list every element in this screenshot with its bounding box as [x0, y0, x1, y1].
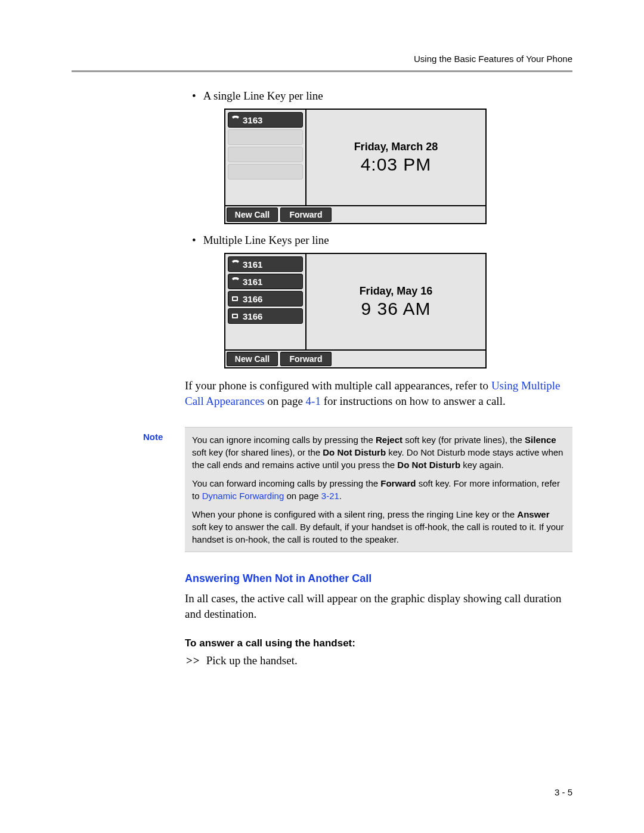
list-item: A single Line Key per line	[192, 89, 572, 103]
line-key-label: 3161	[243, 277, 262, 287]
bullet-icon	[192, 89, 196, 103]
header-rule	[72, 70, 572, 72]
link-page-4-1[interactable]: 4-1	[306, 395, 321, 407]
line-key-label: 3166	[243, 294, 262, 304]
bullet-icon	[192, 234, 196, 247]
note-paragraph-1: You can ignore incoming calls by pressin…	[192, 433, 565, 471]
link-page-3-21[interactable]: 3-21	[321, 491, 339, 501]
time-display: 9 36 AM	[361, 299, 431, 319]
softkey-new-call: New Call	[227, 352, 278, 366]
running-header: Using the Basic Features of Your Phone	[414, 54, 572, 64]
heading-answering-not-in-call: Answering When Not in Another Call	[185, 572, 572, 585]
step-text: Pick up the handset.	[206, 654, 298, 667]
body-column: A single Line Key per line 3163	[185, 89, 572, 667]
line-key-label: 3163	[243, 115, 262, 125]
phone-screen-multi-line: 3161 3161 3166	[224, 253, 487, 368]
line-key-label: 3166	[243, 311, 262, 321]
link-dynamic-forwarding[interactable]: Dynamic Forwarding	[202, 491, 284, 501]
line-key-3: 3166	[228, 291, 303, 306]
step-bullet-icon: >>	[186, 654, 200, 667]
phone-screen-single-line: 3163 Friday, March 28 4:03 PM New Call F…	[224, 109, 487, 224]
note-paragraph-2: You can forward incoming calls by pressi…	[192, 477, 565, 502]
note-paragraph-3: When your phone is configured with a sil…	[192, 508, 565, 546]
document-page: Using the Basic Features of Your Phone A…	[0, 0, 644, 833]
softkey-forward: Forward	[280, 352, 332, 366]
step-pick-up-handset: >> Pick up the handset.	[186, 654, 572, 667]
svg-rect-3	[233, 315, 237, 317]
time-display: 4:03 PM	[361, 154, 432, 175]
date-display: Friday, May 16	[360, 285, 433, 298]
date-display: Friday, March 28	[354, 141, 438, 153]
bullet-text: Multiple Line Keys per line	[203, 234, 329, 247]
note-label: Note	[143, 427, 185, 552]
phone-icon	[231, 277, 240, 286]
phone-small-icon	[231, 312, 240, 320]
phone-small-icon	[231, 295, 240, 303]
line-key-2: 3161	[228, 274, 303, 289]
line-key-empty	[228, 164, 303, 179]
svg-rect-1	[233, 298, 237, 300]
line-key-4: 3166	[228, 308, 303, 324]
heading-to-answer-handset: To answer a call using the handset:	[185, 637, 572, 649]
softkey-forward: Forward	[280, 208, 332, 222]
paragraph-multicall-ref: If your phone is configured with multipl…	[185, 378, 572, 409]
line-key-1: 3161	[228, 256, 303, 272]
line-key-1: 3163	[228, 112, 303, 128]
line-key-label: 3161	[243, 259, 262, 270]
page-number: 3 - 5	[555, 787, 572, 797]
bullet-text: A single Line Key per line	[203, 89, 323, 103]
softkey-new-call: New Call	[227, 208, 278, 222]
line-key-empty	[228, 147, 303, 162]
paragraph-answer-intro: In all cases, the active call will appea…	[185, 591, 572, 622]
phone-icon	[231, 116, 240, 124]
phone-icon	[231, 260, 240, 268]
line-key-empty	[228, 129, 303, 145]
list-item: Multiple Line Keys per line	[192, 234, 572, 247]
note-body: You can ignore incoming calls by pressin…	[185, 427, 572, 552]
note-block: Note You can ignore incoming calls by pr…	[143, 427, 572, 552]
